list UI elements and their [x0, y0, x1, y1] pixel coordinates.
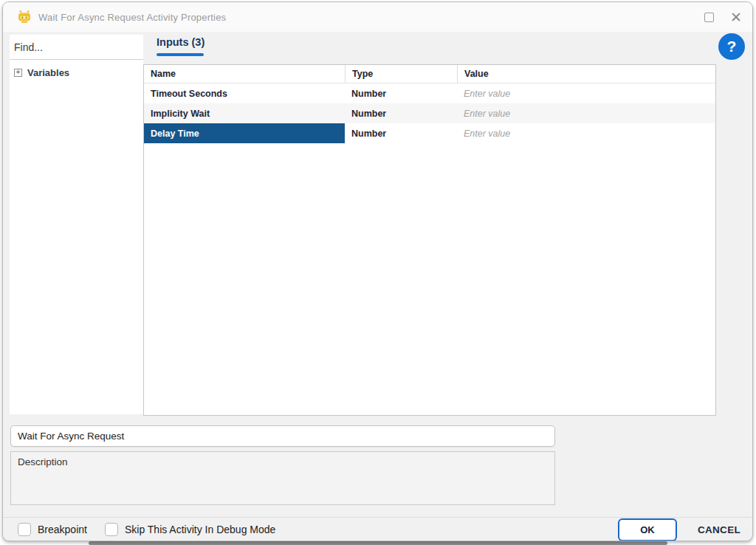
- active-tab-indicator: [157, 53, 204, 56]
- inputs-table: Name Type Value Timeout Seconds Number E…: [143, 64, 716, 416]
- tree-item-variables[interactable]: + Variables: [14, 67, 139, 78]
- skip-debug-checkbox[interactable]: Skip This Activity In Debug Mode: [105, 523, 275, 536]
- close-icon[interactable]: ✕: [730, 10, 742, 24]
- title-bar[interactable]: Wait For Async Request Activity Properti…: [3, 2, 752, 32]
- skip-debug-label: Skip This Activity In Debug Mode: [125, 524, 275, 535]
- table-row[interactable]: Delay Time Number Enter value: [144, 123, 715, 143]
- tree-item-label: Variables: [27, 67, 69, 78]
- table-row[interactable]: Timeout Seconds Number Enter value: [144, 83, 715, 103]
- window-drop-shadow: [89, 541, 667, 545]
- cell-name[interactable]: Timeout Seconds: [144, 83, 345, 103]
- footer-bar: Breakpoint Skip This Activity In Debug M…: [3, 518, 752, 541]
- column-header-value[interactable]: Value: [457, 65, 715, 83]
- question-mark-icon: ?: [727, 38, 737, 55]
- cell-type[interactable]: Number: [345, 83, 457, 103]
- breakpoint-checkbox[interactable]: Breakpoint: [18, 523, 87, 536]
- checkbox-icon[interactable]: [18, 523, 31, 536]
- table-row[interactable]: Implicity Wait Number Enter value: [144, 103, 715, 123]
- find-input[interactable]: [10, 35, 143, 60]
- variables-tree: + Variables: [10, 60, 143, 86]
- expand-plus-icon[interactable]: +: [14, 69, 22, 77]
- sidebar: + Variables: [10, 35, 143, 414]
- robot-icon: [16, 10, 32, 24]
- footer-actions: OK CANCEL: [618, 518, 740, 541]
- cell-name-selected[interactable]: Delay Time: [144, 123, 345, 143]
- screen: Wait For Async Request Activity Properti…: [0, 0, 756, 545]
- checkbox-icon[interactable]: [105, 523, 118, 536]
- properties-dialog: Wait For Async Request Activity Properti…: [2, 1, 753, 541]
- cell-type[interactable]: Number: [345, 103, 457, 123]
- cell-name[interactable]: Implicity Wait: [144, 103, 345, 123]
- cancel-button[interactable]: CANCEL: [698, 524, 740, 535]
- column-header-type[interactable]: Type: [345, 65, 457, 83]
- table-header-row: Name Type Value: [144, 65, 715, 83]
- cell-value-input[interactable]: Enter value: [457, 123, 715, 143]
- window-controls: ✕: [704, 2, 742, 32]
- cell-value-input[interactable]: Enter value: [457, 83, 715, 103]
- cell-value-input[interactable]: Enter value: [457, 103, 715, 123]
- window-title: Wait For Async Request Activity Properti…: [38, 12, 226, 23]
- column-header-name[interactable]: Name: [144, 65, 345, 83]
- breakpoint-label: Breakpoint: [38, 524, 87, 535]
- help-button[interactable]: ?: [718, 33, 745, 60]
- tab-inputs[interactable]: Inputs (3): [157, 36, 205, 56]
- ok-button[interactable]: OK: [618, 518, 677, 541]
- maximize-icon[interactable]: [704, 13, 714, 22]
- description-textarea[interactable]: [10, 451, 555, 505]
- cell-type[interactable]: Number: [345, 123, 457, 143]
- activity-name-input[interactable]: [10, 425, 555, 447]
- tab-inputs-label: Inputs (3): [157, 36, 205, 48]
